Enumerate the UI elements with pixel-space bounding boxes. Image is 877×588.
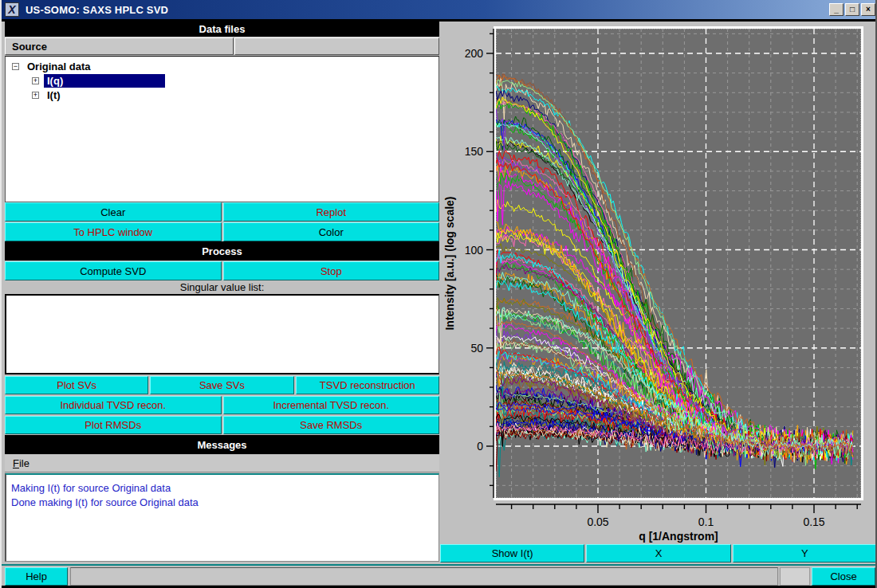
progress-spacer: [780, 567, 810, 586]
tree-item-it-label[interactable]: I(t): [44, 88, 64, 102]
svg-text:0.05: 0.05: [587, 515, 608, 528]
minimize-icon[interactable]: _: [829, 3, 844, 16]
data-files-header: Data files: [5, 22, 439, 37]
stop-button[interactable]: Stop: [223, 261, 440, 280]
svg-text:0.1: 0.1: [698, 515, 714, 528]
y-axis-title: Intensity [a.u.] (log scale): [443, 196, 456, 330]
x-axis-button[interactable]: X: [586, 544, 730, 563]
plot-svs-button[interactable]: Plot SVs: [5, 376, 148, 394]
window-title: US-SOMO: SAXS HPLC SVD: [26, 4, 168, 16]
plot-rmsds-button[interactable]: Plot RMSDs: [5, 416, 222, 434]
messages-header: Messages: [5, 435, 439, 454]
chart-region: 0501001502000.050.10.15q [1/Angstrom]Int…: [439, 21, 877, 563]
collapse-minus-icon[interactable]: −: [12, 63, 19, 70]
file-menu[interactable]: File: [13, 457, 29, 469]
save-rmsds-button[interactable]: Save RMSDs: [223, 416, 440, 434]
svg-text:0.15: 0.15: [803, 515, 824, 528]
svg-text:200: 200: [465, 47, 484, 60]
help-button[interactable]: Help: [5, 567, 68, 586]
data-files-tree: − Original data + I(q) + I(t): [5, 56, 439, 202]
close-button[interactable]: Close: [812, 567, 875, 586]
saxs-iq-plot[interactable]: 0501001502000.050.10.15q [1/Angstrom]Int…: [439, 21, 877, 543]
app-icon: X: [5, 2, 19, 17]
messages-log[interactable]: Making I(t) for source Original data Don…: [5, 473, 439, 562]
to-hplc-window-button[interactable]: To HPLC window: [5, 222, 222, 241]
messages-menubar: File: [5, 455, 439, 472]
expand-plus-icon[interactable]: +: [32, 92, 39, 99]
titlebar[interactable]: X US-SOMO: SAXS HPLC SVD _ □ ×: [2, 0, 877, 19]
individual-tvsd-recon-button[interactable]: Individual TVSD recon.: [5, 396, 222, 414]
replot-button[interactable]: Replot: [223, 202, 440, 221]
singular-value-list[interactable]: [5, 294, 439, 374]
save-svs-button[interactable]: Save SVs: [150, 376, 293, 394]
maximize-icon[interactable]: □: [845, 3, 859, 16]
tree-column-headers: Source: [5, 37, 439, 55]
tree-item-iq-label[interactable]: I(q): [44, 74, 165, 88]
us-somo-svd-window: { "window": { "title": "US-SOMO: SAXS HP…: [0, 0, 877, 588]
bottom-bar: Help Close: [2, 564, 877, 586]
svg-text:50: 50: [470, 342, 483, 355]
tree-item-it[interactable]: + I(t): [6, 88, 438, 102]
tree-root-label[interactable]: Original data: [24, 60, 93, 73]
message-line: Making I(t) for source Original data: [11, 481, 434, 496]
incremental-tvsd-recon-button[interactable]: Incremental TVSD recon.: [223, 396, 440, 414]
compute-svd-button[interactable]: Compute SVD: [5, 261, 222, 280]
x-axis-title: q [1/Angstrom]: [639, 530, 718, 543]
message-line: Done making I(t) for source Original dat…: [11, 496, 434, 510]
tree-item-original-data[interactable]: − Original data: [6, 59, 438, 73]
close-icon[interactable]: ×: [861, 3, 875, 16]
progress-bar: [70, 567, 778, 586]
process-header: Process: [5, 241, 439, 261]
empty-column-header[interactable]: [234, 37, 439, 55]
singular-value-list-label: Singular value list:: [5, 280, 439, 294]
tree-item-iq[interactable]: + I(q): [6, 73, 438, 88]
expand-plus-icon[interactable]: +: [32, 77, 39, 84]
color-button[interactable]: Color: [223, 222, 440, 241]
svg-text:150: 150: [465, 145, 484, 158]
svg-text:0: 0: [477, 440, 483, 453]
tsvd-reconstruction-button[interactable]: TSVD reconstruction: [296, 376, 439, 394]
left-panel: Data files Source − Original data + I(q)…: [5, 22, 439, 562]
svg-text:100: 100: [465, 244, 484, 257]
y-axis-button[interactable]: Y: [733, 544, 877, 563]
show-it-button[interactable]: Show I(t): [440, 544, 584, 563]
source-column-header[interactable]: Source: [5, 37, 234, 55]
clear-button[interactable]: Clear: [5, 202, 222, 221]
